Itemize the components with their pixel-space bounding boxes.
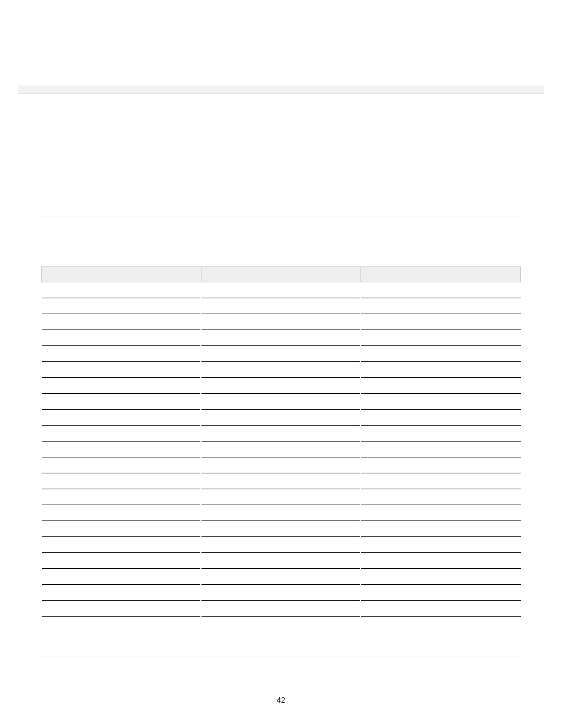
table-cell [201, 282, 361, 298]
table-cell [201, 362, 361, 378]
table-cell [361, 282, 521, 298]
table-header-cell [361, 267, 521, 282]
table-header-row [42, 267, 521, 282]
table-cell [42, 346, 201, 362]
table-cell [42, 426, 201, 442]
table-cell [42, 553, 201, 569]
table-row [42, 537, 521, 553]
table-cell [361, 314, 521, 330]
table-cell [201, 553, 361, 569]
table-cell [42, 585, 201, 601]
table-cell [201, 457, 361, 473]
blank-table [41, 266, 521, 617]
table-cell [361, 521, 521, 537]
table-cell [201, 505, 361, 521]
table-row [42, 553, 521, 569]
table-cell [361, 346, 521, 362]
table-cell [42, 282, 201, 298]
table-cell [201, 426, 361, 442]
table-cell [42, 394, 201, 410]
table-cell [361, 553, 521, 569]
table-cell [361, 298, 521, 314]
table-row [42, 330, 521, 346]
table-row [42, 442, 521, 457]
divider-lower [41, 657, 521, 657]
table-cell [201, 569, 361, 585]
table-cell [42, 330, 201, 346]
table-cell [201, 410, 361, 426]
table-cell [361, 505, 521, 521]
table-row [42, 489, 521, 505]
table-cell [201, 442, 361, 457]
table-cell [361, 378, 521, 394]
table-row [42, 569, 521, 585]
table-row [42, 298, 521, 314]
table-cell [361, 426, 521, 442]
table-row [42, 426, 521, 442]
table-cell [42, 521, 201, 537]
table-row [42, 473, 521, 489]
table-cell [361, 394, 521, 410]
table-cell [201, 473, 361, 489]
table-cell [201, 330, 361, 346]
table-row [42, 378, 521, 394]
table-cell [361, 362, 521, 378]
table-cell [361, 601, 521, 617]
table-row [42, 457, 521, 473]
table-cell [361, 537, 521, 553]
table-cell [42, 362, 201, 378]
table-cell [42, 569, 201, 585]
table-row [42, 314, 521, 330]
table-cell [42, 442, 201, 457]
table-cell [201, 346, 361, 362]
table-cell [42, 457, 201, 473]
table-cell [201, 537, 361, 553]
page-number: 42 [0, 696, 562, 704]
header-bar [18, 85, 544, 94]
table-row [42, 601, 521, 617]
table-cell [201, 314, 361, 330]
table-cell [201, 601, 361, 617]
table-cell [361, 473, 521, 489]
table-row [42, 362, 521, 378]
table-header-cell [42, 267, 201, 282]
table-cell [42, 410, 201, 426]
table-cell [201, 585, 361, 601]
table-cell [361, 410, 521, 426]
table-cell [201, 521, 361, 537]
table-cell [42, 314, 201, 330]
table-cell [361, 569, 521, 585]
table-cell [361, 457, 521, 473]
table-cell [201, 394, 361, 410]
table-cell [42, 505, 201, 521]
table-cell [361, 442, 521, 457]
table-cell [42, 378, 201, 394]
table-cell [42, 298, 201, 314]
table-row [42, 394, 521, 410]
table-cell [201, 298, 361, 314]
table-row [42, 282, 521, 298]
table-cell [201, 489, 361, 505]
table-row [42, 505, 521, 521]
page: 42 [0, 0, 562, 728]
table-cell [42, 537, 201, 553]
table-row [42, 346, 521, 362]
table-cell [361, 330, 521, 346]
table-row [42, 585, 521, 601]
table-cell [361, 489, 521, 505]
table-cell [361, 585, 521, 601]
table-row [42, 521, 521, 537]
divider-upper [41, 216, 521, 216]
table-cell [42, 601, 201, 617]
table-cell [201, 378, 361, 394]
table-header-cell [201, 267, 361, 282]
table-row [42, 410, 521, 426]
table-cell [42, 489, 201, 505]
table-cell [42, 473, 201, 489]
